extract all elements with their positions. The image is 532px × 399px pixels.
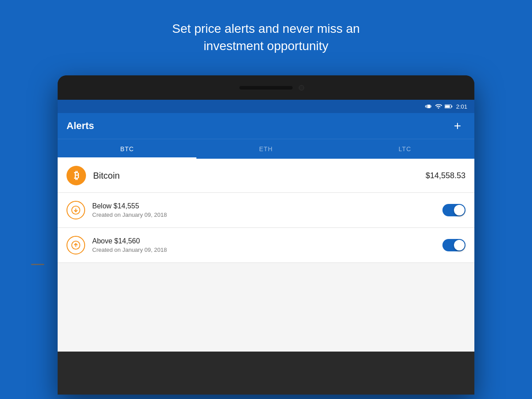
tablet-camera bbox=[299, 85, 304, 90]
tab-ltc[interactable]: LTC bbox=[336, 139, 474, 159]
above-alert-info: Above $14,560 Created on January 09, 201… bbox=[92, 237, 442, 253]
content-area: ₿ Bitcoin $14,558.53 Belo bbox=[58, 159, 474, 263]
alert-row-above: Above $14,560 Created on January 09, 201… bbox=[58, 228, 474, 263]
svg-rect-2 bbox=[451, 106, 452, 107]
above-alert-icon bbox=[66, 236, 85, 254]
toggle-knob-below bbox=[454, 205, 465, 215]
bitcoin-price: $14,558.53 bbox=[426, 171, 466, 180]
above-alert-date: Created on January 09, 2018 bbox=[92, 246, 442, 253]
tabs-bar: BTC ETH LTC bbox=[58, 139, 474, 159]
below-alert-info: Below $14,555 Created on January 09, 201… bbox=[92, 202, 442, 218]
tablet-top-bar bbox=[58, 75, 474, 100]
bitcoin-header-row: ₿ Bitcoin $14,558.53 bbox=[58, 159, 474, 193]
empty-area bbox=[58, 263, 474, 352]
app-bar: Alerts + bbox=[58, 113, 474, 139]
above-alert-label: Above $14,560 bbox=[92, 237, 442, 245]
below-alert-icon bbox=[66, 201, 85, 219]
status-bar: 2:01 bbox=[58, 100, 474, 113]
battery-icon bbox=[445, 103, 453, 110]
bitcoin-icon: ₿ bbox=[66, 166, 86, 185]
alert-row-below: Below $14,555 Created on January 09, 201… bbox=[58, 193, 474, 228]
headline: Set price alerts and never miss an inves… bbox=[0, 0, 532, 68]
toggle-knob-above bbox=[454, 240, 465, 250]
status-time: 2:01 bbox=[456, 103, 467, 110]
tab-btc[interactable]: BTC bbox=[58, 139, 196, 159]
tab-eth[interactable]: ETH bbox=[196, 139, 335, 159]
below-alert-label: Below $14,555 bbox=[92, 202, 442, 210]
tablet-speaker bbox=[239, 86, 293, 90]
tablet-frame: 2:01 Alerts + BTC ETH LTC bbox=[58, 75, 474, 395]
add-alert-button[interactable]: + bbox=[450, 118, 466, 134]
bitcoin-name: Bitcoin bbox=[93, 171, 426, 181]
status-icons bbox=[425, 103, 453, 110]
vibrate-icon bbox=[425, 103, 432, 110]
app-bar-title: Alerts bbox=[66, 120, 94, 132]
below-alert-toggle[interactable] bbox=[442, 204, 466, 216]
wifi-icon bbox=[435, 103, 442, 110]
minimize-indicator bbox=[31, 264, 44, 265]
above-alert-toggle[interactable] bbox=[442, 239, 466, 251]
below-alert-date: Created on January 09, 2018 bbox=[92, 211, 442, 218]
tablet-screen: 2:01 Alerts + BTC ETH LTC bbox=[58, 100, 474, 352]
svg-rect-1 bbox=[445, 105, 450, 107]
